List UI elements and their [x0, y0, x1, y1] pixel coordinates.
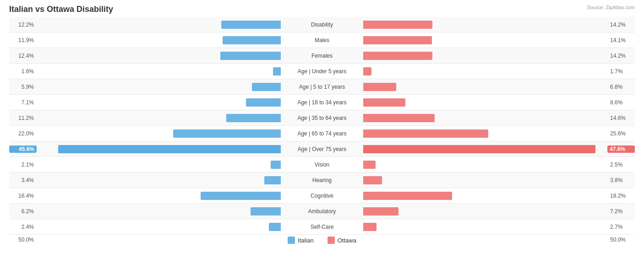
- bar-row: 11.2%Age | 35 to 64 years14.6%: [9, 110, 635, 126]
- bar-right-value: 2.7%: [607, 224, 635, 230]
- bar-left-value: 12.2%: [9, 22, 37, 28]
- legend-ottawa-box: [327, 237, 335, 244]
- bar-right-value: 18.2%: [607, 193, 635, 199]
- bar-row: 6.2%Ambulatory7.2%: [9, 204, 635, 219]
- bar-left-value: 12.4%: [9, 53, 37, 59]
- bar-right-value: 14.1%: [607, 37, 635, 43]
- bar-row: 2.1%Vision2.5%: [9, 157, 635, 172]
- bar-left-value: 11.9%: [9, 37, 37, 43]
- ottawa-bar: [363, 36, 432, 44]
- bar-left-value: 6.2%: [9, 208, 37, 215]
- bar-left-value: 2.1%: [9, 162, 37, 168]
- bar-row: 16.4%Cognitive18.2%: [9, 188, 635, 204]
- bar-left-value: 5.9%: [9, 84, 37, 90]
- italian-bar: [246, 98, 281, 107]
- bar-label: Age | Over 75 years: [281, 146, 363, 152]
- footer-right-val: 50.0%: [607, 237, 635, 244]
- bar-label: Self-Care: [281, 224, 363, 230]
- bar-left-value: 45.6%: [9, 145, 37, 153]
- bar-row: 7.1%Age | 18 to 34 years8.6%: [9, 95, 635, 110]
- bar-row: 22.0%Age | 65 to 74 years25.6%: [9, 126, 635, 141]
- italian-bar: [58, 145, 281, 153]
- ottawa-bar: [363, 223, 377, 231]
- italian-bar: [264, 176, 281, 184]
- ottawa-bar: [363, 21, 432, 29]
- bar-row: 45.6%Age | Over 75 years47.6%: [9, 141, 635, 157]
- bar-left-value: 22.0%: [9, 130, 37, 137]
- italian-bar: [220, 52, 281, 60]
- footer-left-val: 50.0%: [9, 237, 37, 244]
- legend-italian-box: [288, 237, 295, 244]
- chart-footer: 50.0% Italian Ottawa 50.0%: [9, 237, 635, 244]
- ottawa-bar: [363, 192, 452, 200]
- italian-bar: [252, 83, 281, 91]
- bar-label: Hearing: [281, 177, 363, 183]
- ottawa-bar: [363, 145, 595, 153]
- bar-right-value: 6.8%: [607, 84, 635, 90]
- bar-left-value: 2.4%: [9, 224, 37, 230]
- chart-area: 12.2%Disability14.2%11.9%Males14.1%12.4%…: [9, 17, 635, 235]
- ottawa-bar: [363, 83, 396, 91]
- ottawa-bar: [363, 207, 398, 215]
- bar-label: Age | 35 to 64 years: [281, 115, 363, 121]
- bar-label: Vision: [281, 162, 363, 168]
- bar-right-value: 25.6%: [607, 130, 635, 137]
- bar-label: Males: [281, 37, 363, 43]
- bar-row: 12.4%Females14.2%: [9, 48, 635, 64]
- italian-bar: [201, 192, 281, 200]
- italian-bar: [223, 36, 281, 44]
- italian-bar: [173, 129, 281, 138]
- bar-left-value: 1.6%: [9, 68, 37, 75]
- bar-label: Age | Under 5 years: [281, 68, 363, 75]
- bar-row: 5.9%Age | 5 to 17 years6.8%: [9, 79, 635, 95]
- bar-left-value: 3.4%: [9, 177, 37, 183]
- bar-label: Age | 65 to 74 years: [281, 130, 363, 137]
- bar-right-value: 14.2%: [607, 53, 635, 59]
- bar-row: 2.4%Self-Care2.7%: [9, 219, 635, 235]
- ottawa-bar: [363, 129, 488, 138]
- ottawa-bar: [363, 114, 435, 122]
- italian-bar: [271, 161, 281, 169]
- ottawa-bar: [363, 161, 376, 169]
- bar-right-value: 8.6%: [607, 99, 635, 106]
- bar-row: 12.2%Disability14.2%: [9, 17, 635, 32]
- bar-left-value: 7.1%: [9, 99, 37, 106]
- bar-right-value: 2.5%: [607, 162, 635, 168]
- bar-right-value: 1.7%: [607, 68, 635, 75]
- legend-italian-label: Italian: [298, 237, 314, 244]
- bar-left-value: 11.2%: [9, 115, 37, 121]
- bar-right-value: 3.8%: [607, 177, 635, 183]
- bar-right-value: 14.2%: [607, 22, 635, 28]
- ottawa-bar: [363, 52, 432, 60]
- bar-left-value: 16.4%: [9, 193, 37, 199]
- legend-ottawa: Ottawa: [327, 237, 356, 244]
- bar-label: Females: [281, 53, 363, 59]
- source-text: Source: ZipAtlas.com: [587, 5, 635, 10]
- bar-row: 11.9%Males14.1%: [9, 32, 635, 48]
- legend: Italian Ottawa: [37, 237, 607, 244]
- bar-label: Cognitive: [281, 193, 363, 199]
- legend-ottawa-label: Ottawa: [338, 237, 356, 244]
- ottawa-bar: [363, 67, 371, 75]
- italian-bar: [251, 207, 281, 215]
- italian-bar: [273, 67, 281, 75]
- chart-container: Italian vs Ottawa Disability Source: Zip…: [9, 5, 635, 244]
- legend-italian: Italian: [288, 237, 314, 244]
- bar-label: Ambulatory: [281, 208, 363, 215]
- bar-right-value: 14.6%: [607, 115, 635, 121]
- bar-label: Age | 18 to 34 years: [281, 99, 363, 106]
- bar-row: 3.4%Hearing3.8%: [9, 172, 635, 188]
- ottawa-bar: [363, 176, 382, 184]
- italian-bar: [226, 114, 281, 122]
- bar-right-value: 7.2%: [607, 208, 635, 215]
- italian-bar: [269, 223, 281, 231]
- bar-label: Disability: [281, 22, 363, 28]
- bar-row: 1.6%Age | Under 5 years1.7%: [9, 64, 635, 79]
- bar-label: Age | 5 to 17 years: [281, 84, 363, 90]
- italian-bar: [221, 21, 281, 29]
- bar-right-value: 47.6%: [607, 145, 635, 153]
- ottawa-bar: [363, 98, 405, 107]
- chart-title: Italian vs Ottawa Disability: [9, 5, 635, 14]
